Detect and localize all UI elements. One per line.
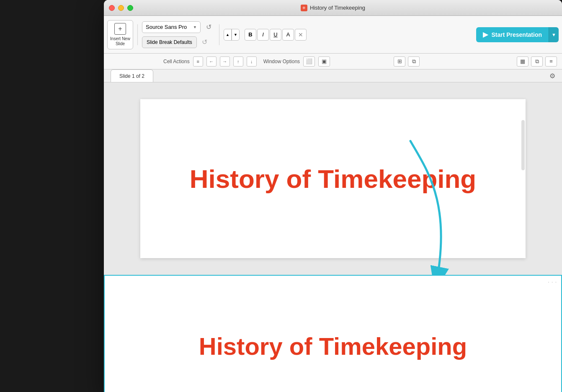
window-view-2-button[interactable]: ▣ <box>318 56 330 67</box>
minimize-button[interactable] <box>118 5 124 11</box>
panel-toggle-button[interactable]: ▦ <box>517 56 528 67</box>
start-presentation-group: ▶ Start Presentation ▼ <box>476 27 559 42</box>
keynote-window: ❈ History of Timekeeping + Insert New Sl… <box>104 0 562 392</box>
chevron-down-icon: ▼ <box>552 32 556 37</box>
undo-button[interactable]: ↺ <box>202 21 215 33</box>
slide-canvas: History of Timekeeping <box>140 99 526 258</box>
italic-button[interactable]: I <box>257 29 269 41</box>
slide-tabs: Slide 1 of 2 ⚙ <box>104 69 562 82</box>
window-options-label: Window Options <box>263 59 300 64</box>
start-presentation-dropdown-button[interactable]: ▼ <box>549 27 559 42</box>
insert-new-slide-button[interactable]: + Insert New Slide <box>107 20 133 49</box>
plus-icon: + <box>114 23 126 35</box>
traffic-lights <box>109 5 133 11</box>
font-name-dropdown[interactable]: Source Sans Pro ▼ <box>142 21 201 33</box>
divider-2 <box>219 24 219 45</box>
window-view-1-button[interactable]: ⬜ <box>303 56 315 67</box>
font-size-up-arrow[interactable]: ▲ <box>224 29 232 41</box>
slide-tab-1[interactable]: Slide 1 of 2 <box>111 69 153 82</box>
scrollbar[interactable] <box>521 120 525 170</box>
secondary-toolbar: ⊞ ⧉ Cell Actions ≡ ← → ↑ ↓ Window Option… <box>104 54 562 69</box>
window-title: ❈ History of Timekeeping <box>301 5 365 11</box>
divider-1 <box>137 24 138 45</box>
second-slide-title: History of Timekeeping <box>199 332 467 360</box>
settings-icon[interactable]: ⚙ <box>549 72 555 80</box>
font-name-label: Source Sans Pro <box>146 24 187 30</box>
clear-format-button[interactable]: ✕ <box>295 29 307 41</box>
bold-button[interactable]: B <box>245 29 256 41</box>
underline-button[interactable]: U <box>270 29 281 41</box>
copy-button[interactable]: ⧉ <box>531 56 543 67</box>
fullscreen-button[interactable] <box>127 5 133 11</box>
expand-up-button[interactable]: ↑ <box>233 56 243 67</box>
menu-button[interactable]: ≡ <box>545 56 557 67</box>
dropdown-arrow-icon: ▼ <box>193 25 197 29</box>
start-presentation-button[interactable]: ▶ Start Presentation <box>476 27 549 42</box>
slide-title: History of Timekeeping <box>190 164 476 194</box>
expand-right-button[interactable]: → <box>220 56 230 67</box>
titlebar: ❈ History of Timekeeping <box>104 0 562 16</box>
expand-left-button[interactable]: ← <box>206 56 217 67</box>
second-slide-panel: · · · History of Timekeeping <box>104 275 562 392</box>
black-area: full-screen slide show presentation · · … <box>104 275 562 392</box>
align-left-button[interactable]: ≡ <box>193 56 203 67</box>
slide-menu-icon[interactable]: · · · <box>548 279 557 285</box>
app-icon: ❈ <box>301 5 307 11</box>
insert-label: Insert New Slide <box>108 36 133 46</box>
font-size-stepper[interactable]: ▲ ▼ <box>224 29 240 41</box>
copy-slide-button[interactable]: ⧉ <box>408 56 420 67</box>
redo-button[interactable]: ↺ <box>199 36 211 49</box>
expand-down-button[interactable]: ↓ <box>247 56 257 67</box>
cell-actions-label: Cell Actions <box>163 59 190 64</box>
text-color-button[interactable]: A <box>282 29 294 41</box>
content-area: Slide 1 of 2 ⚙ History of Timekeeping <box>104 69 562 392</box>
main-toolbar: + Insert New Slide Source Sans Pro ▼ ↺ S… <box>104 16 562 54</box>
grid-view-button[interactable]: ⊞ <box>394 56 405 67</box>
font-size-down-arrow[interactable]: ▼ <box>232 29 239 41</box>
slide-break-defaults-button[interactable]: Slide Break Defaults <box>142 36 197 48</box>
close-button[interactable] <box>109 5 115 11</box>
